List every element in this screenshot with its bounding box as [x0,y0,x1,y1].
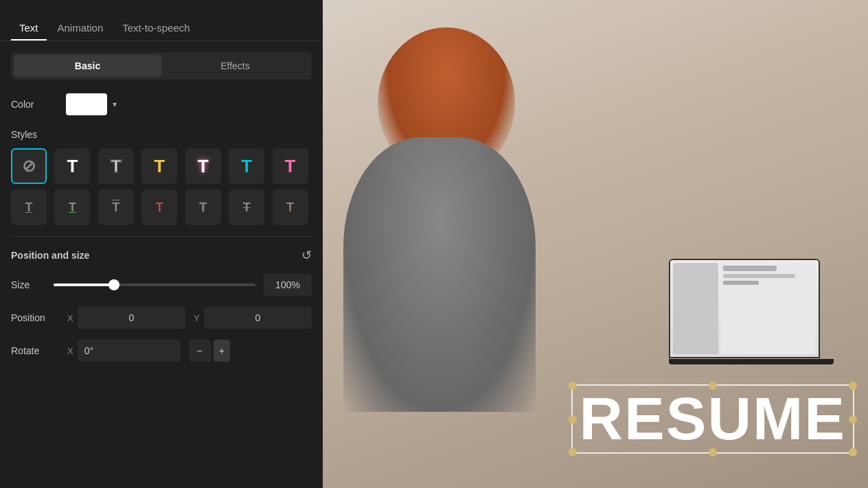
x-axis-label: X [67,313,73,323]
laptop-base [669,359,834,364]
style-gradient[interactable]: T [273,189,308,225]
handle-ml[interactable] [569,415,577,423]
style-r2-7-icon: T [286,200,294,215]
color-row: Color ▾ [11,93,312,115]
position-y-group: Y 0 [194,307,312,329]
style-pink-glow[interactable]: T [185,148,221,184]
rotate-row: Rotate X 0° − + [11,340,312,362]
screen-content-line3 [723,281,760,285]
styles-grid-row1: ⊘ T T T T T T [11,148,312,184]
style-bold-outline[interactable]: T [98,148,134,184]
style-pink-glow-icon: T [198,156,209,177]
style-r2-5-icon: T [199,200,207,215]
toggle-effects[interactable]: Effects [161,55,309,77]
size-value: 100% [264,274,312,296]
rotate-x-input[interactable]: 0° [78,340,181,362]
position-row: Position X 0 Y 0 [11,307,312,329]
size-label: Size [11,279,45,290]
styles-heading: Styles [11,129,312,140]
no-style-icon: ⊘ [22,156,36,176]
resume-selection-box: RESUME [571,384,855,454]
size-row: Size 100% [11,274,312,296]
screen-content-line2 [723,274,795,278]
handle-bm[interactable] [709,448,717,456]
tab-animation[interactable]: Animation [49,16,112,40]
position-y-input[interactable]: 0 [204,307,312,329]
style-gray-underline[interactable]: T [11,189,47,225]
handle-mr[interactable] [849,415,857,423]
style-line-above[interactable]: T [98,189,134,225]
resume-container[interactable]: RESUME [571,384,855,454]
screen-content-line1 [723,266,777,271]
body-shape [343,137,536,412]
size-slider[interactable] [54,283,255,286]
handle-bl[interactable] [569,448,577,456]
toggle-bar: Basic Effects [11,52,312,80]
style-bold-outline-icon: T [111,156,122,177]
tab-text[interactable]: Text [11,16,47,40]
toggle-basic[interactable]: Basic [14,55,161,77]
style-pink[interactable]: T [273,148,308,184]
style-green-underline[interactable]: T [54,189,90,225]
color-swatch-button[interactable] [66,93,107,115]
position-x-input[interactable]: 0 [78,307,185,329]
handle-tm[interactable] [709,382,717,390]
style-strikethrough[interactable]: T [229,189,264,225]
styles-grid-row2: T T T T T T T [11,189,312,225]
style-plain-icon: T [67,156,78,177]
style-yellow-icon: T [154,156,165,177]
left-panel: Text Animation Text-to-speech Basic Effe… [0,0,323,488]
rotate-buttons: − + [189,340,230,362]
position-label: Position [11,312,59,323]
style-cyan[interactable]: T [229,148,264,184]
size-slider-thumb[interactable] [108,279,119,290]
style-outline-down[interactable]: T [185,189,221,225]
canvas-area: RESUME [323,0,868,488]
y-axis-label: Y [194,313,200,323]
rotate-label: Rotate [11,345,59,356]
handle-tl[interactable] [569,382,577,390]
rotate-plus-icon: + [219,345,225,356]
position-size-title: Position and size [11,250,89,261]
screen-right-pane [720,263,816,354]
resume-text: RESUME [580,386,847,452]
style-dropdown[interactable]: T [141,189,177,225]
style-yellow[interactable]: T [141,148,177,184]
style-r2-2-icon: T [69,200,76,215]
laptop-screen-content [670,260,819,357]
style-cyan-icon: T [241,156,252,177]
screen-left-pane [673,263,718,354]
rotate-plus-button[interactable]: + [214,340,230,362]
laptop-screen [669,259,820,358]
rotate-minus-button[interactable]: − [189,340,211,362]
style-r2-6-icon: T [243,200,251,215]
divider [11,236,312,237]
style-r2-1-icon: T [25,200,33,215]
position-size-header: Position and size ↺ [11,248,312,263]
tab-tts[interactable]: Text-to-speech [114,16,198,40]
style-r2-3-icon: T [112,200,119,215]
laptop [669,259,834,364]
size-slider-fill [54,283,114,286]
chevron-down-icon[interactable]: ▾ [113,100,117,109]
panel-content: Basic Effects Color ▾ Styles ⊘ T T T [0,41,323,488]
style-plain[interactable]: T [54,148,90,184]
color-label: Color [11,99,66,110]
style-pink-icon: T [285,156,296,177]
style-r2-4-icon: T [156,200,163,215]
position-x-group: X 0 [67,307,185,329]
handle-br[interactable] [849,448,857,456]
rotate-x-label: X [67,346,73,356]
tab-bar: Text Animation Text-to-speech [0,0,323,41]
style-none[interactable]: ⊘ [11,148,47,184]
reset-icon[interactable]: ↺ [301,248,312,263]
